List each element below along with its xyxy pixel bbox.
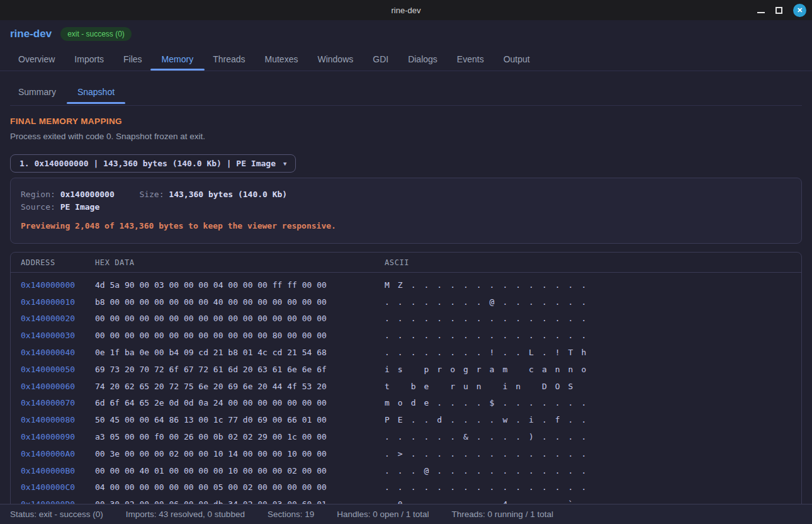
hex-table-row: 0x1400000C0 04 00 00 00 00 00 00 00 05 0… bbox=[11, 479, 801, 496]
region-size-line: Region: 0x140000000 Size: 143,360 bytes … bbox=[21, 190, 791, 199]
hex-row-bytes: 04 00 00 00 00 00 00 00 05 00 02 00 00 0… bbox=[95, 482, 385, 492]
hex-row-bytes: 6d 6f 64 65 2e 0d 0d 0a 24 00 00 00 00 0… bbox=[95, 398, 385, 407]
hex-row-address: 0x140000010 bbox=[11, 297, 95, 307]
hex-row-ascii: mode....$....... bbox=[385, 398, 801, 407]
status-item: Threads: 0 running / 1 total bbox=[452, 510, 553, 519]
memory-subtab[interactable]: Summary bbox=[17, 79, 57, 104]
column-header-hexdata: HEX DATA bbox=[95, 258, 385, 267]
hex-row-address: 0x140000020 bbox=[11, 314, 95, 323]
main-tab[interactable]: Threads bbox=[211, 48, 246, 71]
main-tab[interactable]: Mutexes bbox=[264, 48, 300, 71]
hex-row-bytes: 74 20 62 65 20 72 75 6e 20 69 6e 20 44 4… bbox=[95, 382, 385, 391]
hex-row-bytes: 00 00 00 00 00 00 00 00 00 00 00 00 80 0… bbox=[95, 331, 385, 340]
hex-row-address: 0x140000050 bbox=[11, 365, 95, 374]
hex-table-row: 0x140000080 50 45 00 00 64 86 13 00 1c 7… bbox=[11, 411, 801, 428]
memory-subtab-bar: Summary Snapshot bbox=[0, 79, 812, 104]
window-title: rine-dev bbox=[392, 6, 421, 15]
window-controls: ✕ bbox=[757, 0, 806, 20]
main-tab-bar: Overview Imports Files Memory Threads Mu… bbox=[0, 48, 812, 71]
source-value: PE Image bbox=[60, 202, 100, 212]
chevron-down-icon: ▼ bbox=[283, 161, 286, 167]
hex-row-ascii: ...@............ bbox=[385, 466, 801, 476]
hex-row-address: 0x140000000 bbox=[11, 280, 95, 290]
hex-row-ascii: t be run in DOS bbox=[385, 382, 801, 391]
app-header: rine-dev exit - success (0) bbox=[0, 20, 812, 48]
hex-row-ascii: ................ bbox=[385, 331, 801, 340]
hex-table-row: 0x140000070 6d 6f 64 65 2e 0d 0d 0a 24 0… bbox=[11, 395, 801, 412]
region-info-panel: Region: 0x140000000 Size: 143,360 bytes … bbox=[10, 178, 802, 244]
main-tab[interactable]: Output bbox=[502, 48, 531, 71]
column-header-ascii: ASCII bbox=[385, 258, 801, 267]
snapshot-content: FINAL MEMORY MAPPING Process exited with… bbox=[0, 106, 812, 518]
section-heading: FINAL MEMORY MAPPING bbox=[10, 117, 802, 126]
main-tab[interactable]: Imports bbox=[73, 48, 105, 71]
section-subtitle: Process exited with code 0. Snapshot fro… bbox=[10, 132, 802, 141]
hex-row-ascii: MZ.............. bbox=[385, 280, 801, 290]
exit-status-badge: exit - success (0) bbox=[60, 27, 132, 41]
hex-row-bytes: 0e 1f ba 0e 00 b4 09 cd 21 b8 01 4c cd 2… bbox=[95, 348, 385, 357]
source-label: Source: bbox=[21, 202, 55, 212]
hex-row-address: 0x1400000B0 bbox=[11, 466, 95, 476]
hex-row-bytes: 69 73 20 70 72 6f 67 72 61 6d 20 63 61 6… bbox=[95, 365, 385, 374]
hex-row-address: 0x1400000C0 bbox=[11, 482, 95, 492]
hex-table-row: 0x140000050 69 73 20 70 72 6f 67 72 61 6… bbox=[11, 361, 801, 378]
hex-row-bytes: a3 05 00 00 f0 00 26 00 0b 02 02 29 00 1… bbox=[95, 432, 385, 441]
hex-row-address: 0x1400000A0 bbox=[11, 449, 95, 458]
hex-table-row: 0x140000010 b8 00 00 00 00 00 00 00 40 0… bbox=[11, 293, 801, 310]
size-value: 143,360 bytes (140.0 Kb) bbox=[169, 190, 287, 199]
hex-row-bytes: 00 00 00 40 01 00 00 00 00 10 00 00 00 0… bbox=[95, 466, 385, 476]
hex-row-address: 0x140000080 bbox=[11, 415, 95, 424]
minimize-icon[interactable] bbox=[757, 12, 765, 13]
size-label: Size: bbox=[139, 190, 164, 199]
hex-row-ascii: ........!..L.!Th bbox=[385, 348, 801, 357]
main-tab[interactable]: Windows bbox=[316, 48, 354, 71]
hex-row-bytes: b8 00 00 00 00 00 00 00 40 00 00 00 00 0… bbox=[95, 297, 385, 307]
hex-table-row: 0x140000030 00 00 00 00 00 00 00 00 00 0… bbox=[11, 327, 801, 344]
hex-table-row: 0x140000060 74 20 62 65 20 72 75 6e 20 6… bbox=[11, 378, 801, 395]
hex-row-ascii: .>.............. bbox=[385, 449, 801, 458]
region-label: Region: bbox=[21, 190, 55, 199]
main-tab[interactable]: Events bbox=[456, 48, 485, 71]
hex-table-row: 0x140000040 0e 1f ba 0e 00 b4 09 cd 21 b… bbox=[11, 344, 801, 361]
main-tab[interactable]: Files bbox=[122, 48, 144, 71]
hex-table-row: 0x140000020 00 00 00 00 00 00 00 00 00 0… bbox=[11, 310, 801, 328]
hex-table-row: 0x1400000B0 00 00 00 40 01 00 00 00 00 1… bbox=[11, 462, 801, 479]
region-selector-dropdown[interactable]: 1. 0x140000000 | 143,360 bytes (140.0 Kb… bbox=[10, 154, 296, 173]
hex-table-row: 0x140000090 a3 05 00 00 f0 00 26 00 0b 0… bbox=[11, 428, 801, 445]
hex-table-row: 0x1400000A0 00 3e 00 00 00 02 00 00 10 1… bbox=[11, 445, 801, 462]
status-item: Status: exit - success (0) bbox=[10, 510, 103, 519]
hex-row-bytes: 00 3e 00 00 00 02 00 00 10 14 00 00 00 1… bbox=[95, 449, 385, 458]
app-title: rine-dev bbox=[10, 28, 52, 40]
window-titlebar: rine-dev ✕ bbox=[0, 0, 812, 20]
hex-table-row: 0x140000000 4d 5a 90 00 03 00 00 00 04 0… bbox=[11, 276, 801, 293]
column-header-address: ADDRESS bbox=[11, 258, 95, 267]
status-bar: Status: exit - success (0) Imports: 43 r… bbox=[0, 504, 812, 524]
source-line: Source: PE Image bbox=[21, 202, 791, 212]
maximize-icon[interactable] bbox=[775, 7, 782, 14]
status-item: Sections: 19 bbox=[268, 510, 314, 519]
hex-row-address: 0x140000030 bbox=[11, 331, 95, 340]
hex-row-ascii: PE..d....w.i.f.. bbox=[385, 415, 801, 424]
hex-row-bytes: 4d 5a 90 00 03 00 00 00 04 00 00 00 ff f… bbox=[95, 280, 385, 290]
preview-note: Previewing 2,048 of 143,360 bytes to kee… bbox=[21, 221, 791, 231]
memory-subtab[interactable]: Snapshot bbox=[76, 79, 116, 104]
hex-row-address: 0x140000070 bbox=[11, 398, 95, 407]
hex-row-bytes: 50 45 00 00 64 86 13 00 1c 77 d0 69 00 6… bbox=[95, 415, 385, 424]
status-item: Imports: 43 resolved, 0 stubbed bbox=[126, 510, 245, 519]
hex-row-address: 0x140000060 bbox=[11, 382, 95, 391]
hex-table-body: 0x140000000 4d 5a 90 00 03 00 00 00 04 0… bbox=[11, 273, 801, 518]
main-tab[interactable]: GDI bbox=[371, 48, 390, 71]
main-tab[interactable]: Overview bbox=[17, 48, 56, 71]
main-tab[interactable]: Dialogs bbox=[407, 48, 439, 71]
hex-row-bytes: 00 00 00 00 00 00 00 00 00 00 00 00 00 0… bbox=[95, 314, 385, 323]
hex-row-address: 0x140000040 bbox=[11, 348, 95, 357]
hex-row-address: 0x140000090 bbox=[11, 432, 95, 441]
hex-table-header: ADDRESS HEX DATA ASCII bbox=[11, 253, 801, 273]
hex-row-ascii: ................ bbox=[385, 482, 801, 492]
close-icon[interactable]: ✕ bbox=[793, 4, 806, 17]
main-tab[interactable]: Memory bbox=[161, 48, 195, 71]
hex-row-ascii: ......&....).... bbox=[385, 432, 801, 441]
region-value: 0x140000000 bbox=[60, 190, 115, 199]
hex-viewer: ADDRESS HEX DATA ASCII 0x140000000 4d 5a… bbox=[10, 252, 802, 518]
hex-row-ascii: ................ bbox=[385, 314, 801, 323]
